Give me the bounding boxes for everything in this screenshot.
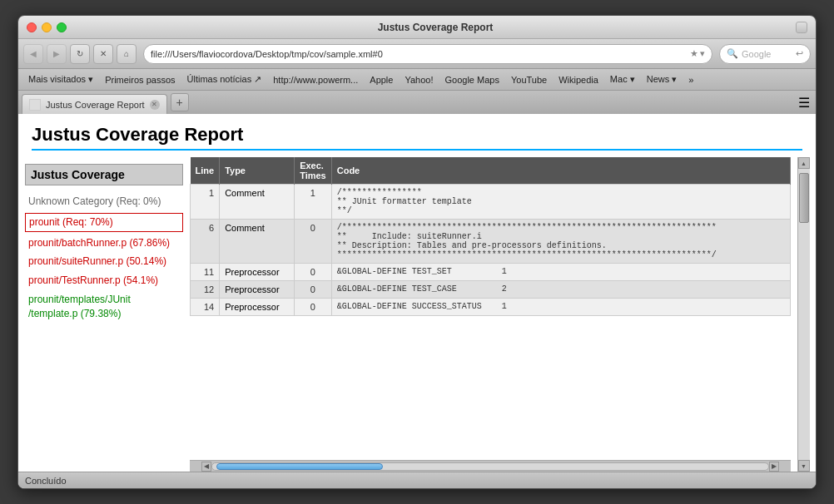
cell-exec: 0 [295, 264, 332, 281]
cell-exec: 0 [295, 220, 332, 264]
table-row: 11 Preprocessor 0 &GLOBAL-DEFINE TEST_SE… [191, 264, 791, 281]
search-submit-icon: ↩ [796, 48, 803, 59]
scroll-down-btn[interactable]: ▼ [798, 460, 810, 472]
bookmark-item-news[interactable]: News ▾ [642, 72, 683, 86]
bookmark-item-ultimas-noticias[interactable]: Últimas notícias ↗ [182, 72, 267, 86]
col-exec: Exec.Times [295, 157, 332, 185]
bookmark-item-mais-visitados[interactable]: Mais visitados ▾ [23, 72, 98, 86]
cell-code: &GLOBAL-DEFINE SUCCESS_STATUS 1 [331, 299, 790, 316]
col-type: Type [220, 157, 295, 185]
traffic-lights [27, 22, 67, 32]
browser-content: Justus Coverage Report Justus Coverage U… [18, 114, 816, 488]
sidebar-item-testrunner[interactable]: prounit/TestRunner.p (54.1%) [25, 271, 183, 290]
browser-toolbar: ◀ ▶ ↻ ✕ ⌂ file:///Users/flaviocordova/De… [18, 39, 816, 69]
cell-line: 12 [191, 281, 220, 299]
cell-line: 6 [191, 220, 220, 264]
status-text: Concluído [25, 476, 67, 486]
vertical-scrollbar[interactable]: ▲ ▼ [797, 157, 809, 472]
window-title: Justus Coverage Report [75, 22, 796, 33]
table-row: 6 Comment 0 /***************************… [191, 220, 791, 264]
maximize-button[interactable] [57, 22, 67, 32]
status-bar: Concluído [18, 472, 816, 488]
cell-exec: 0 [295, 299, 332, 316]
col-code: Code [331, 157, 790, 185]
cell-code: /**************** ** JUnit formatter tem… [331, 185, 790, 220]
bookmark-item-mac[interactable]: Mac ▾ [605, 72, 640, 86]
bookmark-item-more[interactable]: » [683, 73, 698, 86]
sidebar-item-suiterunner[interactable]: prounit/suiteRunner.p (50.14%) [25, 252, 183, 271]
sidebar-title: Justus Coverage [25, 164, 183, 185]
table-row: 1 Comment 1 /**************** ** JUnit f… [191, 185, 791, 220]
table-row: 12 Preprocessor 0 &GLOBAL-DEFINE TEST_CA… [191, 281, 791, 299]
cell-exec: 1 [295, 185, 332, 220]
bookmark-item-primeiros-passos[interactable]: Primeiros passos [100, 73, 180, 86]
refresh-button[interactable]: ↻ [70, 44, 90, 64]
cell-line: 11 [191, 264, 220, 281]
bookmark-item-apple[interactable]: Apple [365, 73, 398, 86]
cell-type: Comment [220, 220, 295, 264]
cell-code: &GLOBAL-DEFINE TEST_CASE 2 [331, 281, 790, 299]
stop-button[interactable]: ✕ [93, 44, 113, 64]
home-button[interactable]: ⌂ [117, 44, 137, 64]
cell-type: Preprocessor [220, 264, 295, 281]
page-header: Justus Coverage Report [18, 114, 816, 157]
bookmark-item-powerm[interactable]: http://www.powerm... [268, 73, 363, 86]
tab-bar: Justus Coverage Report ✕ + ☰ [18, 91, 816, 114]
tab-bar-options[interactable]: ☰ [796, 94, 812, 111]
sidebar-item-batchrunner[interactable]: prounit/batchRunner.p (67.86%) [25, 234, 183, 253]
tab-coverage-report[interactable]: Justus Coverage Report ✕ [22, 94, 167, 114]
search-placeholder: Google [742, 49, 771, 59]
address-text: file:///Users/flaviocordova/Desktop/tmp/… [151, 49, 687, 59]
cell-type: Comment [220, 185, 295, 220]
col-line: Line [191, 157, 220, 185]
scroll-up-btn[interactable]: ▲ [798, 157, 810, 169]
coverage-table-area: Line Type Exec.Times Code 1 Comment [190, 157, 791, 472]
back-button[interactable]: ◀ [23, 44, 43, 64]
cell-type: Preprocessor [220, 299, 295, 316]
search-icon: 🔍 [727, 48, 738, 59]
main-area: Justus Coverage Unknown Category (Req: 0… [18, 157, 816, 472]
scroll-right-btn[interactable]: ▶ [769, 462, 779, 472]
new-tab-button[interactable]: + [171, 93, 189, 111]
coverage-sidebar: Justus Coverage Unknown Category (Req: 0… [25, 157, 183, 472]
horizontal-scrollbar[interactable]: ◀ ▶ [190, 460, 791, 472]
tab-close-button[interactable]: ✕ [150, 100, 160, 110]
scroll-thumb[interactable] [216, 463, 383, 470]
sidebar-item-unknown[interactable]: Unknown Category (Req: 0%) [25, 192, 183, 211]
close-button[interactable] [27, 22, 37, 32]
search-bar[interactable]: 🔍 Google ↩ [719, 44, 811, 64]
window-zoom-btn[interactable] [796, 22, 807, 33]
table-header-row: Line Type Exec.Times Code [191, 157, 791, 185]
bookmark-item-youtube[interactable]: YouTube [506, 73, 552, 86]
scroll-track [211, 462, 769, 471]
bookmarks-bar: Mais visitados ▾ Primeiros passos Última… [18, 69, 816, 91]
v-scroll-track [798, 169, 810, 460]
table-row: 14 Preprocessor 0 &GLOBAL-DEFINE SUCCESS… [191, 299, 791, 316]
v-scroll-thumb[interactable] [799, 173, 809, 223]
page-heading: Justus Coverage Report [32, 124, 802, 146]
minimize-button[interactable] [42, 22, 52, 32]
sidebar-item-template[interactable]: prounit/templates/JUnit /template.p (79.… [25, 290, 183, 324]
scroll-left-btn[interactable]: ◀ [201, 462, 211, 472]
cell-type: Preprocessor [220, 281, 295, 299]
address-bar[interactable]: file:///Users/flaviocordova/Desktop/tmp/… [143, 44, 712, 64]
bookmark-item-wikipedia[interactable]: Wikipedia [554, 73, 603, 86]
dropdown-icon: ▾ [700, 48, 705, 59]
coverage-table: Line Type Exec.Times Code 1 Comment [190, 157, 791, 316]
cell-code: &GLOBAL-DEFINE TEST_SET 1 [331, 264, 790, 281]
bookmark-item-google-maps[interactable]: Google Maps [440, 73, 504, 86]
cell-line: 14 [191, 299, 220, 316]
tab-label: Justus Coverage Report [46, 100, 145, 110]
bookmark-item-yahoo[interactable]: Yahoo! [400, 73, 438, 86]
tab-options-icon: ☰ [798, 95, 810, 111]
cell-exec: 0 [295, 281, 332, 299]
cell-line: 1 [191, 185, 220, 220]
forward-button[interactable]: ▶ [47, 44, 67, 64]
bookmark-icon: ★ [690, 48, 698, 59]
tab-favicon [29, 99, 41, 111]
cell-code: /***************************************… [331, 220, 790, 264]
sidebar-item-prounit[interactable]: prounit (Req: 70%) [25, 213, 183, 232]
titlebar: Justus Coverage Report [18, 16, 816, 39]
